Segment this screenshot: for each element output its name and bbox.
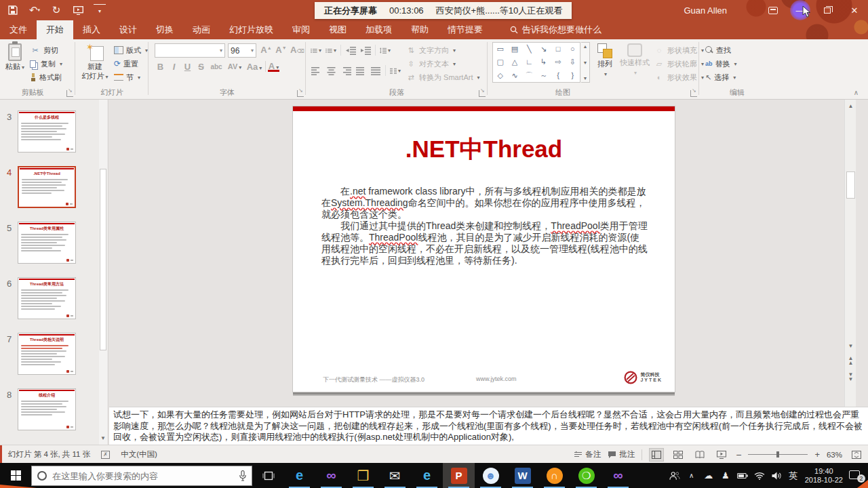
format-painter-button[interactable]: 格式刷 xyxy=(30,70,62,84)
shapes-scroll-up-icon[interactable]: ▲ xyxy=(583,44,588,49)
ribbon-display-options-button[interactable] xyxy=(760,0,787,20)
bullets-button[interactable] xyxy=(311,45,321,55)
font-dialog-launcher[interactable] xyxy=(297,90,304,97)
cut-button[interactable]: ✂ 剪切 xyxy=(30,43,58,57)
reading-view-button[interactable] xyxy=(692,448,707,462)
scrollbar-thumb[interactable] xyxy=(846,171,855,199)
tab-home[interactable]: 开始 xyxy=(37,20,73,39)
align-right-button[interactable] xyxy=(340,66,351,75)
font-name-caret-icon[interactable]: ▾ xyxy=(220,47,222,54)
onedrive-icon[interactable]: ☁ xyxy=(703,470,714,481)
shape-arrow-icon[interactable]: ↘ xyxy=(540,45,547,53)
shape-freeform-icon[interactable]: ◇ xyxy=(497,72,502,79)
slide-scrollbar[interactable]: ▲ ▼ ▲▲ ▼▼ xyxy=(844,100,856,407)
tab-slide-show[interactable]: 幻灯片放映 xyxy=(220,20,283,39)
bold-button[interactable]: B xyxy=(155,62,166,72)
shape-text-box-icon[interactable]: ▭ xyxy=(496,45,503,53)
normal-view-button[interactable] xyxy=(649,448,664,462)
slide-thumbnail-4[interactable]: 4.NET中Thread xyxy=(0,166,98,208)
select-button[interactable]: ↖ 选择 xyxy=(705,70,736,84)
zoom-slider-thumb[interactable] xyxy=(776,451,779,458)
slide-body-text[interactable]: 在.net framework class library中，所有与多线程机制应… xyxy=(321,186,648,266)
font-color-button[interactable]: A xyxy=(268,62,279,72)
shapes-more-icon[interactable]: ▼ xyxy=(583,76,588,81)
align-text-button[interactable]: ⇳ 对齐文本 xyxy=(406,57,456,70)
shape-line-icon[interactable]: ╲ xyxy=(527,45,532,53)
action-center-button[interactable]: 2 xyxy=(849,469,865,483)
italic-button[interactable]: I xyxy=(168,62,180,72)
font-size-caret-icon[interactable]: ▾ xyxy=(251,47,254,54)
shape-down-arrow-icon[interactable]: ⇩ xyxy=(570,58,576,66)
taskbar-app-internet-explorer[interactable]: e xyxy=(411,463,443,488)
people-icon[interactable] xyxy=(669,471,680,481)
wifi-icon[interactable] xyxy=(754,472,765,480)
taskbar-app-mail[interactable]: ✉ xyxy=(379,463,411,488)
save-icon[interactable] xyxy=(7,4,19,16)
comments-toggle-button[interactable]: 批注 xyxy=(608,449,635,460)
tab-file[interactable]: 文件 xyxy=(0,20,37,39)
shapes-scroll-down-icon[interactable]: ▼ xyxy=(583,60,588,65)
undo-icon[interactable]: ↶▾ xyxy=(28,4,41,16)
clear-formatting-button[interactable]: A⌫ xyxy=(290,45,302,55)
justify-button[interactable] xyxy=(355,66,366,75)
thumbnail-scrollbar[interactable]: ▼ xyxy=(99,100,107,445)
shape-elbow-arrow-icon[interactable]: ↳ xyxy=(540,58,547,66)
notes-toggle-button[interactable]: 备注 xyxy=(574,449,601,460)
text-direction-button[interactable]: ⇅ 文字方向 xyxy=(406,43,456,57)
taskbar-clock[interactable]: 19:40 2018-10-22 xyxy=(805,467,843,485)
replace-button[interactable]: ab 替换 xyxy=(705,57,737,70)
taskbar-app-wechat[interactable]: ❍ xyxy=(570,463,602,488)
shapes-gallery[interactable]: ▭▤╲↘□○▢△∟↳⇨⇩◇∿⌒～{} xyxy=(492,42,580,83)
scroll-up-icon[interactable]: ▲ xyxy=(845,101,856,112)
ime-indicator[interactable]: 英 xyxy=(788,470,799,482)
redo-icon[interactable]: ↻ xyxy=(50,4,62,16)
arrange-button[interactable]: 排列 xyxy=(593,41,617,86)
microphone-icon[interactable] xyxy=(239,470,246,481)
taskbar-app-edge[interactable]: e xyxy=(283,463,315,488)
thumbnail-preview[interactable]: Thread类相关说明 xyxy=(18,333,76,375)
notes-pane[interactable]: 试想一下，如果有大量的任务需要处理，例如网站后台对于HTTP请求的处理，那是不是… xyxy=(109,407,868,445)
slide-paragraph-1[interactable]: 在.net framework class library中，所有与多线程机制应… xyxy=(321,186,648,220)
reset-button[interactable]: ⟳ 重置 xyxy=(114,57,138,70)
spellcheck-icon[interactable]: ✗ xyxy=(101,451,110,459)
search-input[interactable] xyxy=(52,471,234,481)
previous-slide-icon[interactable]: ▲▲ xyxy=(845,356,856,367)
slide-thumbnail-3[interactable]: 3什么是多线程 xyxy=(0,110,98,152)
tab-insert[interactable]: 插入 xyxy=(73,20,110,39)
grow-font-button[interactable]: A▲ xyxy=(260,45,272,55)
slide-thumbnail-6[interactable]: 6Thread类常用方法 xyxy=(0,277,98,319)
change-case-button[interactable]: Aa xyxy=(245,62,263,72)
tab-animations[interactable]: 动画 xyxy=(183,20,220,39)
taskbar-app-powerpoint[interactable]: P xyxy=(443,463,475,488)
tab-storyboard[interactable]: 情节提要 xyxy=(438,20,492,39)
customize-qat-icon[interactable]: ▾ xyxy=(94,4,106,16)
tab-review[interactable]: 审阅 xyxy=(283,20,319,39)
section-button[interactable]: 节 xyxy=(114,70,140,84)
align-center-button[interactable] xyxy=(326,66,336,75)
increase-indent-button[interactable] xyxy=(360,45,371,55)
align-left-button[interactable] xyxy=(311,66,321,75)
underline-button[interactable]: U xyxy=(182,62,193,72)
shapes-gallery-scrollbar[interactable]: ▲ ▼ ▼ xyxy=(581,42,590,83)
shape-curve-icon[interactable]: ～ xyxy=(540,72,547,79)
taskbar-app-file-explorer[interactable]: ❒ xyxy=(347,463,379,488)
zoom-slider[interactable] xyxy=(748,454,808,455)
new-slide-button[interactable]: 新建 幻灯片 xyxy=(80,41,110,86)
taskbar-app-visual-studio[interactable]: ∞ xyxy=(315,463,347,488)
shadow-button[interactable]: abc xyxy=(209,63,224,70)
zoom-in-button[interactable]: + xyxy=(814,449,820,460)
tab-help[interactable]: 帮助 xyxy=(401,20,438,39)
taskbar-app-meeting-app[interactable]: ☻ xyxy=(475,463,507,488)
slide-title[interactable]: .NET中Thread xyxy=(293,134,675,165)
strikethrough-button[interactable]: S xyxy=(195,62,207,72)
slide-thumbnail-8[interactable]: 8线程介绍 xyxy=(0,388,98,430)
scroll-down-icon[interactable]: ▼ xyxy=(845,341,856,352)
volume-icon[interactable] xyxy=(771,472,782,480)
shape-rounded-rectangle-icon[interactable]: ▢ xyxy=(496,58,503,66)
quick-styles-button[interactable]: 快速样式 xyxy=(618,41,651,86)
distribute-button[interactable] xyxy=(370,66,381,75)
character-spacing-button[interactable]: AV xyxy=(226,62,243,70)
shape-arc-icon[interactable]: ⌒ xyxy=(526,72,533,79)
close-button[interactable]: ✕ xyxy=(841,0,868,20)
shape-triangle-icon[interactable]: △ xyxy=(512,58,517,66)
